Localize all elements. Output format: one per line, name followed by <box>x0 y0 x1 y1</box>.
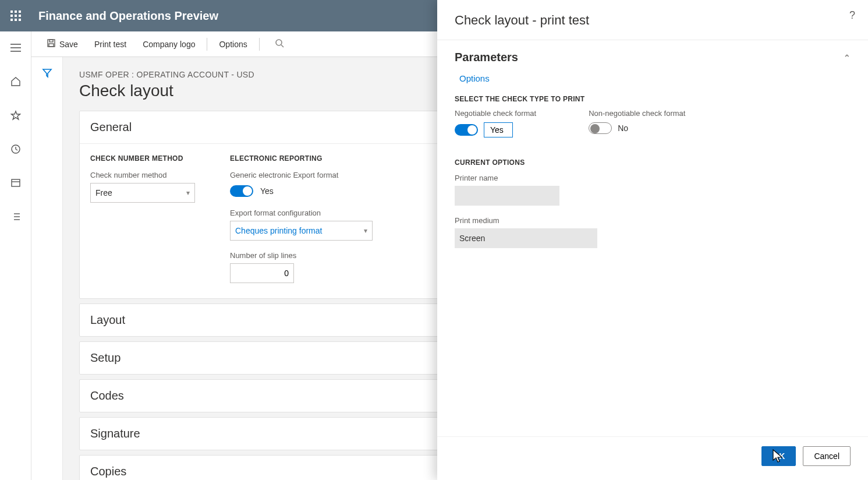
group-electronic-reporting: ELECTRONIC REPORTING Generic electronic … <box>230 154 373 283</box>
field-label-generic-export: Generic electronic Export format <box>230 171 373 179</box>
find-icon[interactable] <box>275 38 284 50</box>
subhead-current-options: CURRENT OPTIONS <box>455 158 851 167</box>
chevron-up-icon: ⌃ <box>844 53 851 62</box>
options-button[interactable]: Options <box>212 36 254 52</box>
cmdbar-separator <box>207 38 207 51</box>
negotiable-label: Negotiable check format <box>455 109 536 118</box>
non-negotiable-value: No <box>618 123 628 133</box>
svg-rect-24 <box>49 40 53 42</box>
help-icon[interactable]: ? <box>849 9 855 22</box>
field-label-export-config: Export format configuration <box>230 209 373 217</box>
field-label-check-number-method: Check number method <box>90 171 195 179</box>
svg-rect-3 <box>10 15 13 17</box>
hamburger-icon[interactable] <box>5 37 26 58</box>
dropdown-value: Free <box>95 188 112 197</box>
flyout-header: Check layout - print test <box>437 0 868 31</box>
options-label: Options <box>219 40 247 49</box>
non-negotiable-block: Non-negotiable check format No <box>589 109 685 137</box>
nav-rail <box>0 31 31 480</box>
svg-rect-7 <box>15 19 17 21</box>
print-medium-input <box>455 228 597 248</box>
svg-rect-1 <box>15 10 17 13</box>
parameters-label: Parameters <box>455 51 518 64</box>
recent-icon[interactable] <box>5 139 26 160</box>
workspaces-icon[interactable] <box>5 172 26 193</box>
svg-rect-6 <box>10 19 13 21</box>
slip-lines-input[interactable] <box>230 263 294 283</box>
save-label: Save <box>59 40 78 49</box>
group-check-number: CHECK NUMBER METHOD Check number method … <box>90 154 195 283</box>
print-test-label: Print test <box>94 40 126 49</box>
svg-rect-15 <box>12 179 20 186</box>
home-icon[interactable] <box>5 71 26 92</box>
printer-name-input <box>455 186 559 206</box>
svg-rect-8 <box>19 19 21 21</box>
printer-name-label: Printer name <box>455 174 851 182</box>
export-format-dropdown[interactable]: Cheques printing format ▾ <box>230 221 373 241</box>
non-negotiable-label: Non-negotiable check format <box>589 109 685 118</box>
check-number-method-dropdown[interactable]: Free ▾ <box>90 183 195 203</box>
cancel-button[interactable]: Cancel <box>803 446 851 466</box>
chevron-down-icon: ▾ <box>186 189 190 197</box>
company-logo-button[interactable]: Company logo <box>136 36 202 52</box>
dropdown-value: Cheques printing format <box>235 226 322 235</box>
print-medium-label: Print medium <box>455 216 851 225</box>
app-launcher-icon[interactable] <box>6 6 26 26</box>
svg-line-27 <box>281 45 284 47</box>
modules-icon[interactable] <box>5 206 26 227</box>
svg-rect-25 <box>49 44 54 47</box>
toggle-value: Yes <box>260 186 274 196</box>
cmdbar-separator <box>259 38 260 51</box>
filter-pane <box>31 57 63 480</box>
subhead-select-check-type: SELECT THE CHECK TYPE TO PRINT <box>455 95 851 103</box>
favorites-icon[interactable] <box>5 105 26 126</box>
svg-rect-0 <box>10 10 13 13</box>
chevron-down-icon: ▾ <box>364 227 367 235</box>
filter-icon[interactable] <box>42 68 52 480</box>
flyout-footer: OK Cancel <box>437 436 868 480</box>
svg-rect-4 <box>15 15 17 17</box>
print-test-button[interactable]: Print test <box>87 36 133 52</box>
save-icon <box>47 38 56 50</box>
parameters-header[interactable]: Parameters ⌃ <box>455 51 851 64</box>
app-title: Finance and Operations Preview <box>38 9 218 23</box>
field-label-slip-lines: Number of slip lines <box>230 251 373 260</box>
group-label: CHECK NUMBER METHOD <box>90 154 195 163</box>
flyout-body: Parameters ⌃ Options SELECT THE CHECK TY… <box>437 40 868 436</box>
flyout-title: Check layout - print test <box>455 13 851 28</box>
group-label: ELECTRONIC REPORTING <box>230 154 373 163</box>
save-button[interactable]: Save <box>40 35 85 53</box>
negotiable-toggle[interactable] <box>455 124 478 136</box>
generic-export-toggle[interactable] <box>230 185 253 197</box>
ok-button[interactable]: OK <box>761 446 796 466</box>
options-link[interactable]: Options <box>459 73 851 83</box>
negotiable-block: Negotiable check format Yes <box>455 109 536 137</box>
company-logo-label: Company logo <box>143 40 195 49</box>
print-test-flyout: Check layout - print test ? Parameters ⌃… <box>437 0 868 480</box>
svg-rect-2 <box>19 10 21 13</box>
non-negotiable-toggle[interactable] <box>589 122 612 134</box>
negotiable-value: Yes <box>484 122 513 137</box>
svg-rect-5 <box>19 15 21 17</box>
svg-point-26 <box>276 40 282 45</box>
